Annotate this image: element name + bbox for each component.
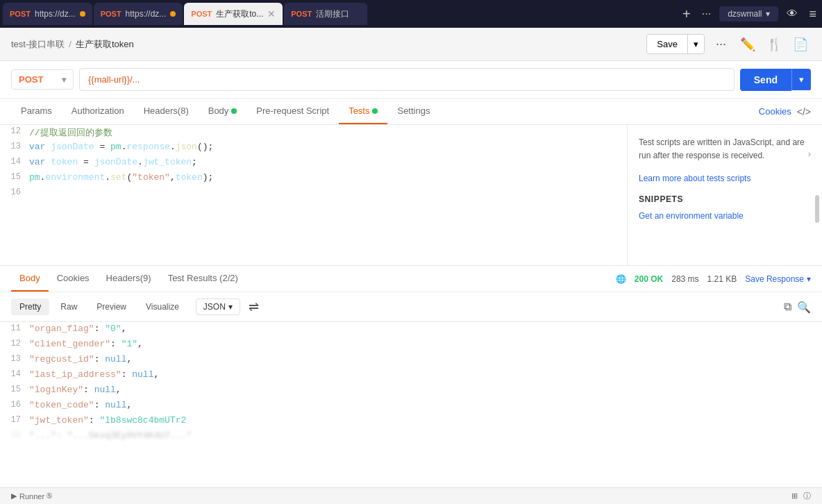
fork-icon[interactable]: 🍴 [764,34,785,55]
json-line-13: 13 "regcust_id": null, [0,353,822,368]
response-section: Body Cookies Headers(9) Test Results (2/… [0,265,822,487]
line-num-15: 15 [0,171,29,182]
view-icons: ⧉ 🔍 [784,301,811,314]
more-tabs-btn[interactable]: ··· [699,5,714,23]
info-expand-icon: › [808,149,811,159]
resp-tab-test-results[interactable]: Test Results (2/2) [160,266,246,292]
bottom-bar-right: ⊞ ⓘ [791,491,811,501]
workspace-selector[interactable]: dzswmall ▾ [719,6,778,22]
tab-bar-right: + ··· dzswmall ▾ 👁 ≡ [680,3,819,25]
tab-tests-dot [372,108,378,114]
tab-1[interactable]: POST https://dz... [3,3,92,25]
edit-icon[interactable]: ✏️ [737,34,758,55]
view-tab-raw[interactable]: Raw [52,299,85,315]
code-line-15: 15 pm.environment.set("token",token); [0,171,627,186]
scroll-indicator [815,195,819,223]
tab-3-method: POST [191,10,212,18]
line-content-15: pm.environment.set("token",token); [29,171,627,184]
info-description: Test scripts are written in JavaScript, … [639,136,811,162]
content-area: 12 //提取返回回的参数 13 var jsonDate = pm.respo… [0,125,822,504]
tab-settings[interactable]: Settings [387,99,439,124]
tab-2-dot [170,11,176,17]
tab-1-url: https://dz... [35,9,76,19]
url-bar: POST ▾ Send ▾ [0,61,822,99]
save-response-label: Save Response [745,274,804,284]
code-line-12: 12 //提取返回回的参数 [0,125,627,140]
status-code: 200 OK [635,274,663,284]
response-size: 1.21 KB [707,274,737,284]
view-tab-pretty[interactable]: Pretty [11,299,49,315]
tab-4-url: 活期接口 [316,8,349,20]
breadcrumb-separator: / [69,39,72,49]
cookies-button[interactable]: Cookies [759,106,791,117]
header-bar: test-接口串联 / 生产获取token Save ▾ ··· ✏️ 🍴 📄 [0,28,822,61]
save-button[interactable]: Save [647,35,687,53]
tab-3-close[interactable]: ✕ [267,8,276,19]
help-icon[interactable]: ⓘ [803,491,811,501]
tab-3-url: 生产获取to... [216,8,263,20]
save-dropdown-button[interactable]: ▾ [687,35,704,53]
resp-tab-headers-badge: (9) [140,273,151,283]
bottom-bar: ▶ Runner ⑤ ⊞ ⓘ [0,487,822,504]
view-tab-preview[interactable]: Preview [88,299,135,315]
resp-tab-test-label: Test Results [168,273,217,283]
runner-icon: ▶ [11,492,17,501]
save-response-button[interactable]: Save Response ▾ [745,274,811,284]
eye-icon[interactable]: 👁 [784,5,800,23]
line-content-12: //提取返回回的参数 [29,125,627,140]
snippet-get-env[interactable]: Get an environment variable [639,210,811,222]
code-toggle-btn[interactable]: </> [797,106,811,117]
tab-tests[interactable]: Tests [339,99,387,124]
runner-label[interactable]: Runner [19,492,44,501]
more-options-button[interactable]: ··· [710,34,732,54]
sidebar-toggle-icon[interactable]: ≡ [806,4,819,24]
url-input[interactable] [79,68,735,91]
json-line-17: 17 "jwt_token": "lb8swc8c4bmUTr2 [0,414,822,429]
tab-params[interactable]: Params [11,99,62,124]
resp-tab-cookies[interactable]: Cookies [49,266,98,292]
tab-4[interactable]: POST 活期接口 [284,3,367,25]
doc-icon[interactable]: 📄 [790,34,811,55]
tab-2-url: https://dz... [126,9,167,19]
workspace-name-label: dzswmall [728,9,762,19]
json-viewer[interactable]: 11 "organ_flag": "0", 12 "client_gender"… [0,322,822,487]
tab-body-dot [231,108,237,114]
header-actions: Save ▾ ··· ✏️ 🍴 📄 [646,34,811,55]
workspace-chevron-icon: ▾ [766,9,770,19]
send-dropdown-button[interactable]: ▾ [791,69,811,90]
tab-headers[interactable]: Headers(8) [134,99,199,124]
code-editor[interactable]: 12 //提取返回回的参数 13 var jsonDate = pm.respo… [0,125,627,265]
format-select[interactable]: JSON ▾ [196,299,240,315]
code-line-14: 14 var token = jsonDate.jwt_token; [0,156,627,171]
upper-content: 12 //提取返回回的参数 13 var jsonDate = pm.respo… [0,125,822,265]
line-num-16: 16 [0,186,29,197]
tab-body[interactable]: Body [199,99,247,124]
runner-count: ⑤ [46,492,53,501]
resp-tab-test-badge: (2/2) [219,273,238,283]
wrap-button[interactable]: ⇌ [243,296,265,317]
tab-tests-label: Tests [349,106,369,116]
code-line-13: 13 var jsonDate = pm.response.json(); [0,140,627,156]
view-tabs: Pretty Raw Preview Visualize JSON ▾ ⇌ ⧉ … [0,292,822,322]
tab-body-label: Body [208,106,229,116]
tab-pre-request[interactable]: Pre-request Script [246,99,339,124]
copy-icon[interactable]: ⧉ [784,301,791,314]
tab-2[interactable]: POST https://dz... [94,3,183,25]
resp-tab-body[interactable]: Body [11,266,49,292]
send-button[interactable]: Send [740,69,791,91]
script-panel: 12 //提取返回回的参数 13 var jsonDate = pm.respo… [0,125,628,265]
nav-tabs: Params Authorization Headers(8) Body Pre… [0,99,822,125]
tab-authorization[interactable]: Authorization [62,99,134,124]
search-icon[interactable]: 🔍 [797,301,811,314]
method-chevron-icon: ▾ [62,75,66,85]
json-line-16: 16 "token_code": null, [0,398,822,414]
line-content-16 [29,186,627,189]
globe-icon: 🌐 [616,274,626,284]
info-link[interactable]: Learn more about tests scripts [639,174,750,183]
tab-3[interactable]: POST 生产获取to... ✕ [184,3,283,25]
resp-tab-headers[interactable]: Headers(9) [98,266,160,292]
new-tab-btn[interactable]: + [680,3,694,25]
view-tab-visualize[interactable]: Visualize [137,299,187,315]
tab-headers-badge: (8) [178,106,189,116]
method-select[interactable]: POST ▾ [11,69,74,90]
